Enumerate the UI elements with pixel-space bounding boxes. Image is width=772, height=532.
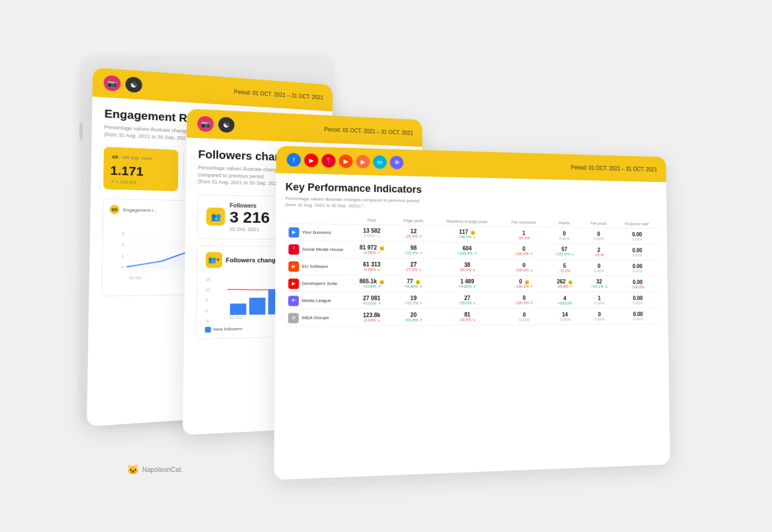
fan-posts-cell: 00.00%	[582, 260, 615, 276]
tablet-button	[79, 123, 83, 139]
svg-text:3: 3	[122, 232, 125, 235]
posts-cell: 20+81.8% ↗	[394, 309, 432, 326]
brand-row: ▶ EU Software	[288, 261, 345, 272]
col-fan-posts: Fan posts	[582, 219, 615, 228]
followers-icon: 👥	[206, 207, 225, 225]
info-dot3: i	[379, 280, 384, 284]
brand-cell: ▶ Developers Suite	[285, 275, 349, 292]
info-dot: i	[471, 230, 475, 235]
col-shares: Shares	[546, 218, 582, 227]
instagram-icon: 📷	[104, 74, 121, 91]
response-cell: 0.000.00%	[616, 308, 660, 324]
y-label-neg5: -5	[205, 319, 210, 323]
fans-cell: 123.8k-0.04% ↘	[349, 309, 394, 326]
scene: 📷 ☯ Period: 01 OCT. 2021 – 31 OCT. 2021 …	[83, 40, 689, 492]
col-comments: Fan comments	[501, 218, 546, 227]
brand-cell: 📍 Social Media House	[285, 240, 349, 258]
comments-cell: 1-50.2%	[501, 226, 546, 243]
reactions-cell: 38-50.0% ↘	[432, 259, 501, 276]
brand-logo: ▶	[288, 227, 299, 238]
info-dot4: i	[416, 280, 420, 284]
shares-cell: 57+137.0% ↘	[546, 243, 582, 260]
fan-posts-cell: 00.00%	[582, 227, 615, 244]
card2-instagram-icon: 📷	[197, 116, 214, 132]
brand-cell: 👁 Media League	[285, 292, 349, 309]
fans-cell: 865.1k i+0.04% ↗	[349, 275, 395, 292]
legend-box	[205, 326, 211, 332]
fans-cell: 13 5820.62% ↘	[349, 224, 395, 241]
response-cell: 0.000.00%	[615, 228, 659, 244]
play-icon2: ▶	[339, 154, 353, 168]
col-reactions: Reactions to page posts	[432, 217, 501, 226]
fan-posts-cell: 10.00%	[583, 292, 616, 308]
card3-social-icons: f ▶ 📍 ▶ ▶ m 👁	[287, 153, 404, 169]
response-cell: 0.00-100.0%	[615, 276, 660, 292]
svg-text:0: 0	[121, 265, 124, 269]
play-icon1: ▶	[304, 153, 318, 167]
brand-logo: 👁	[288, 295, 299, 306]
card3-period: Period: 01 OCT. 2021 – 31 OCT. 2021	[571, 164, 657, 172]
brand-logo: 📍	[288, 244, 299, 255]
posts-cell: 12-25.0% ↗	[394, 225, 432, 242]
legend-text: New followers	[213, 326, 243, 331]
yin-icon: ☯	[125, 76, 142, 93]
fans-cell: 27 081+0.01% ↗	[349, 292, 394, 309]
y-axis: 15 10 5 0 -5	[205, 277, 210, 323]
svg-text:1: 1	[121, 254, 124, 257]
y-label-15: 15	[206, 277, 210, 281]
reactions-cell: 1 489+4.20% ↗	[432, 275, 501, 292]
fc-icon: 👥+	[206, 251, 222, 267]
followers-date: 01 Oct. 2021	[229, 226, 270, 232]
info-dot6: i	[568, 280, 572, 284]
brand-logo: ⚙	[288, 313, 298, 323]
col-brand	[285, 214, 349, 224]
brand-name: Developers Suite	[302, 281, 337, 286]
brand-name: INEA Groupe	[302, 315, 329, 320]
brand-cell: ⚙ INEA Groupe	[285, 309, 349, 326]
fan-posts-cell: 00.00%	[583, 308, 616, 324]
kpi-table: Fans Page posts Reactions to page posts …	[285, 214, 660, 327]
er-avg-value: 1.171	[110, 163, 172, 180]
fans-cell: 81 972 i-0.09% ↗	[349, 241, 395, 258]
er-avg-card: ER ER avg. value 1.171 ↗ + 159.6%	[103, 147, 178, 191]
table-row: ▶ Developers Suite 865.1k i+0.04% ↗ 77 i…	[285, 275, 660, 292]
brand-row: ⚙ INEA Groupe	[288, 313, 345, 323]
y-label-10: 10	[205, 288, 210, 292]
card2-icons: 📷 ☯	[197, 116, 235, 133]
shares-cell: 5-72.2%	[546, 259, 583, 276]
comments-cell: 0-100.0% ↗	[501, 243, 546, 259]
brand-name: Your business	[302, 229, 331, 235]
reactions-cell: 117 i+48.1% ↘	[432, 225, 501, 243]
comments-cell: 00.02%	[502, 308, 547, 325]
reactions-cell: 27+35.0% ↘	[432, 292, 501, 308]
posts-cell: 27-27.0% ↘	[394, 259, 432, 276]
card2-yin-icon: ☯	[218, 116, 234, 132]
brand-logo: ▶	[288, 278, 299, 289]
table-row: 👁 Media League 27 081+0.01% ↗ 19+72.7% ↗…	[285, 292, 660, 309]
col-fans: Fans	[349, 216, 394, 225]
comments-cell: 0 i-100.2% ↗	[501, 276, 546, 292]
er-badge: ER	[110, 152, 120, 162]
brand-row: ▶ Developers Suite	[288, 278, 346, 289]
napoleon-logo: 🐱 NapoleonCat.	[127, 464, 183, 476]
brand-row: ▶ Your business	[288, 227, 345, 238]
posts-cell: 19+72.7% ↗	[394, 292, 432, 309]
svg-text:2: 2	[122, 243, 125, 246]
engagement-label: Engagement r...	[123, 207, 157, 212]
brand-name: Media League	[302, 298, 331, 303]
shares-cell: 262 i-35.8% ↗	[546, 276, 583, 292]
posts-cell: 77 i+8.40% ↗	[394, 275, 432, 292]
reactions-cell: 604+143.9% ↗	[432, 242, 501, 259]
card1-icons: 📷 ☯	[104, 74, 142, 93]
response-cell: 0.000.00%	[615, 292, 660, 308]
response-cell: 0.000.00%	[615, 244, 659, 260]
y-label-0: 0	[205, 309, 210, 313]
comments-cell: 0-100.0% ↘	[501, 259, 546, 276]
card2-period: Period: 01 OCT. 2021 – 31 OCT. 2021	[324, 126, 413, 136]
fan-posts-cell: 2-16.%	[582, 244, 615, 260]
pin-icon: 📍	[321, 154, 335, 168]
brand-name: EU Software	[302, 264, 328, 268]
card1-period: Period: 01 OCT. 2021 – 31 OCT. 2021	[234, 88, 323, 100]
table-row: 📍 Social Media House 81 972 i-0.09% ↗ 98…	[285, 240, 660, 260]
napoleon-brand: NapoleonCat.	[142, 466, 183, 474]
